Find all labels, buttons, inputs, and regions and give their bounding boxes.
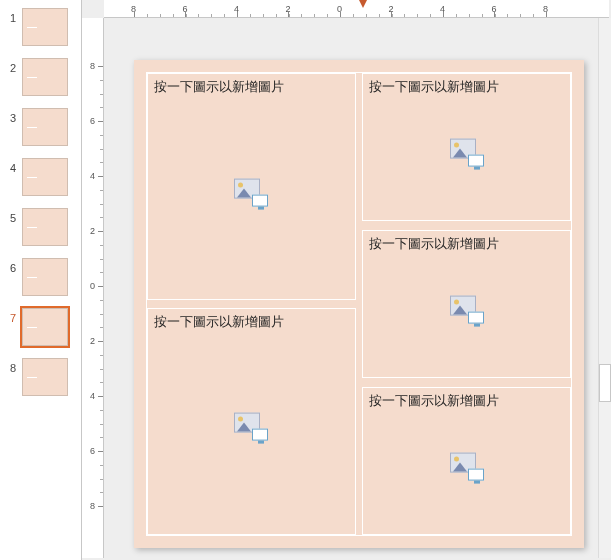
ruler-v-label: 6 [90, 446, 95, 456]
ruler-h-label: 2 [389, 4, 394, 14]
ruler-v-label: 2 [90, 336, 95, 346]
thumbnail-7[interactable]: 7 [0, 306, 81, 356]
thumbnail-6[interactable]: 6 [0, 256, 81, 306]
slide-content-area: 按一下圖示以新增圖片 按一下圖示以新增圖片 按一下圖示以新增圖片 按一下圖示以新… [146, 72, 572, 536]
thumbnail-number: 4 [6, 158, 16, 174]
ruler-h-label: 6 [492, 4, 497, 14]
thumbnail-number: 3 [6, 108, 16, 124]
placeholder-prompt: 按一下圖示以新增圖片 [369, 235, 564, 253]
thumbnail-5[interactable]: 5 [0, 206, 81, 256]
ruler-v-label: 0 [90, 281, 95, 291]
thumbnail-preview [22, 208, 68, 246]
slide-canvas[interactable]: 按一下圖示以新增圖片 按一下圖示以新增圖片 按一下圖示以新增圖片 按一下圖示以新… [104, 18, 609, 558]
slide-editor: 864202468 864202468 按一下圖示以新增圖片 按一下圖示以新增圖… [82, 0, 611, 560]
placeholder-prompt: 按一下圖示以新增圖片 [369, 78, 564, 96]
placeholder-prompt: 按一下圖示以新增圖片 [154, 313, 349, 331]
thumbnail-preview [22, 258, 68, 296]
thumbnail-preview [22, 358, 68, 396]
thumbnail-number: 7 [6, 308, 16, 324]
picture-placeholder-5[interactable]: 按一下圖示以新增圖片 [362, 387, 571, 535]
ruler-h-label: 8 [543, 4, 548, 14]
picture-placeholder-2[interactable]: 按一下圖示以新增圖片 [147, 308, 356, 535]
placeholder-prompt: 按一下圖示以新增圖片 [154, 78, 349, 96]
ruler-h-label: 6 [183, 4, 188, 14]
thumbnail-number: 8 [6, 358, 16, 374]
thumbnail-preview [22, 308, 68, 346]
ruler-vertical[interactable]: 864202468 [82, 18, 104, 558]
thumbnail-3[interactable]: 3 [0, 106, 81, 156]
ruler-h-label: 4 [440, 4, 445, 14]
picture-placeholder-3[interactable]: 按一下圖示以新增圖片 [362, 73, 571, 221]
ruler-v-label: 4 [90, 391, 95, 401]
thumbnail-2[interactable]: 2 [0, 56, 81, 106]
ruler-v-label: 8 [90, 61, 95, 71]
thumbnail-4[interactable]: 4 [0, 156, 81, 206]
ruler-horizontal[interactable]: 864202468 [104, 0, 609, 18]
insert-picture-icon[interactable] [450, 139, 484, 167]
placeholder-prompt: 按一下圖示以新增圖片 [369, 392, 564, 410]
thumbnail-number: 6 [6, 258, 16, 274]
ruler-cursor-icon [359, 0, 367, 8]
picture-placeholder-1[interactable]: 按一下圖示以新增圖片 [147, 73, 356, 300]
thumbnail-1[interactable]: 1 [0, 6, 81, 56]
insert-picture-icon[interactable] [234, 178, 268, 206]
insert-picture-icon[interactable] [234, 413, 268, 441]
ruler-h-label: 8 [131, 4, 136, 14]
thumbnail-number: 5 [6, 208, 16, 224]
ruler-h-label: 4 [234, 4, 239, 14]
insert-picture-icon[interactable] [450, 453, 484, 481]
picture-placeholder-4[interactable]: 按一下圖示以新增圖片 [362, 230, 571, 378]
thumbnail-number: 2 [6, 58, 16, 74]
thumbnail-preview [22, 58, 68, 96]
ruler-v-label: 8 [90, 501, 95, 511]
insert-picture-icon[interactable] [450, 296, 484, 324]
thumbnail-preview [22, 108, 68, 146]
ruler-v-label: 2 [90, 226, 95, 236]
thumbnail-number: 1 [6, 8, 16, 24]
thumbnail-preview [22, 8, 68, 46]
ruler-v-label: 6 [90, 116, 95, 126]
ruler-h-label: 0 [337, 4, 342, 14]
slide[interactable]: 按一下圖示以新增圖片 按一下圖示以新增圖片 按一下圖示以新增圖片 按一下圖示以新… [134, 60, 584, 548]
thumbnail-8[interactable]: 8 [0, 356, 81, 406]
ruler-v-label: 4 [90, 171, 95, 181]
thumbnail-preview [22, 158, 68, 196]
ruler-h-label: 2 [286, 4, 291, 14]
slide-thumbnail-panel: 1 2 3 4 5 6 7 8 [0, 0, 82, 560]
